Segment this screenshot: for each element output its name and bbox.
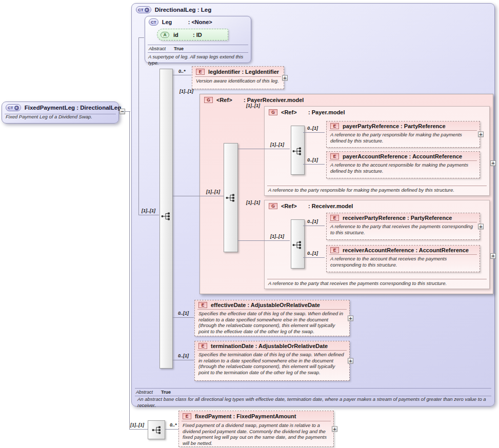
element-fixedpayment-box[interactable]: E fixedPayment : FixedPaymentAmount Fixe… [178,411,334,447]
attribute-id-type: : ID [193,32,202,38]
payeraccountreference-title: payerAccountReference : AccountReference [343,153,462,159]
cardinality-label: 0..[1] [307,251,318,256]
connector-line [129,429,148,430]
element-legidentifier-box[interactable]: E legIdentifier : LegIdentifier Version … [192,66,284,89]
cardinality-label: 0..[1] [178,311,189,316]
group-receiver-model-box[interactable]: G <Ref> : Receiver.model E [264,200,490,289]
terminationdate-title: terminationDate : AdjustableOrRelativeDa… [211,343,328,349]
directionalleg-description: An abstract base class for all direction… [134,395,492,409]
payerreceiver-ref-label: <Ref> [216,97,240,103]
sequence-icon [226,194,236,202]
leg-abstract-row: Abstract True [148,45,248,53]
cardinality-label: 0..[1] [178,353,189,358]
receiver-type: : Receiver.model [308,203,353,209]
sequence-indicator [148,420,165,439]
group-icon: G [269,109,277,115]
expand-button[interactable]: + [282,75,288,80]
sequence-indicator [224,143,238,252]
element-icon: E [198,343,207,349]
sequence-indicator [159,69,173,369]
expand-button[interactable]: + [478,223,484,229]
element-receiverpartyreference-box[interactable]: E receiverPartyReference : PartyReferenc… [326,213,480,240]
receiveraccountreference-description: A reference to the account that receives… [327,255,480,269]
expand-button[interactable]: + [348,358,353,364]
effectivedate-description: Specifies the effective date of this leg… [195,310,349,335]
expand-button[interactable]: + [348,315,353,321]
leg-type: : <None> [188,19,212,25]
element-icon: E [198,302,207,308]
cardinality-label: [1]..[1] [270,234,284,239]
element-icon: E [196,69,205,75]
sequence-icon [161,212,171,220]
element-payeraccountreference-box[interactable]: E payerAccountReference : AccountReferen… [326,151,480,178]
expand-button[interactable]: + [332,426,337,432]
cardinality-label: [1]..[1] [179,89,193,94]
connector-line [165,429,178,430]
element-icon: E [183,413,191,419]
complextype-icon: CT [149,18,158,26]
group-payer-model-box[interactable]: G <Ref> : Payer.model E [264,106,490,196]
extension-plus-icon: + [14,106,19,110]
payerreceiver-type: : PayerReceiver.model [244,97,304,103]
divider [5,114,116,114]
fixedpayment-description: Fixed payment of a dividend swap, paymen… [179,421,333,447]
element-terminationdate-box[interactable]: E terminationDate : AdjustableOrRelative… [194,341,350,381]
collapse-button[interactable]: − [119,109,125,114]
fixedpayment-title: fixedPayment : FixedPaymentAmount [195,413,296,419]
complextype-plus-icon: CT + [6,104,21,111]
attribute-icon: A [161,32,169,38]
sequence-indicator [291,219,305,269]
receiverpartyreference-title: receiverPartyReference : PartyReference [343,215,452,221]
sequence-indicator [291,126,305,175]
element-icon: E [330,247,339,253]
payeraccountreference-description: A reference to the account responsible f… [327,161,480,175]
sequence-icon [292,241,303,249]
element-icon: E [330,153,339,159]
cardinality-label: 0..* [178,69,186,74]
receiverpartyreference-description: A reference to the party that receives t… [327,222,480,236]
group-payerreceiver-model-box[interactable]: G <Ref> : PayerReceiver.model G <Ref> [199,94,493,294]
sequence-icon [152,426,162,434]
complextype-directionalleg-box[interactable]: CT + DirectionalLeg : Leg CT Leg : <None… [131,3,495,406]
legidentifier-description: Version aware identification of this leg… [192,77,284,85]
schema-diagram: CT + FixedPaymentLeg : DirectionalLeg Fi… [0,0,499,448]
payer-type: : Payer.model [308,109,345,115]
receiver-ref-label: <Ref> [281,203,305,209]
expand-button[interactable]: + [478,132,484,137]
cardinality-label: [1]..[1] [246,103,260,108]
terminationdate-description: Specifies the termination date of this l… [195,351,349,376]
cardinality-label: [1]..[1] [142,208,155,213]
leg-name: Leg [162,19,185,25]
element-receiveraccountreference-box[interactable]: E receiverAccountReference : AccountRefe… [326,245,480,272]
directionalleg-title: DirectionalLeg : Leg [155,7,212,13]
payerpartyreference-description: A reference to the party responsible for… [327,131,480,145]
fixedpaymentleg-title: FixedPaymentLeg : DirectionalLeg [25,105,122,111]
payer-model-footer: A reference to the party responsible for… [267,186,487,194]
connector-line [129,111,130,430]
expand-button[interactable]: + [490,160,496,166]
base-type-leg-box[interactable]: CT Leg : <None> A id : ID Abstract True … [145,16,251,63]
cardinality-label: 0..* [170,422,177,427]
group-icon: G [204,97,213,103]
effectivedate-title: effectiveDate : AdjustableOrRelativeDate [211,302,320,308]
extension-plus-icon: + [145,8,149,12]
element-effectivedate-box[interactable]: E effectiveDate : AdjustableOrRelativeDa… [194,300,350,336]
complextype-fixedpaymentleg-box[interactable]: CT + FixedPaymentLeg : DirectionalLeg Fi… [2,101,119,124]
cardinality-label: [1]..[1] [246,200,260,205]
cardinality-label: [1]..[1] [130,422,144,427]
attribute-id-box[interactable]: A id : ID [157,29,228,40]
legidentifier-title: legIdentifier : LegIdentifier [208,69,279,75]
leg-description: A supertype of leg. All swap legs extend… [145,53,251,67]
element-icon: E [330,123,339,129]
cardinality-label: 0..[1] [307,157,318,162]
attribute-id-name: id [173,32,189,38]
expand-button[interactable]: + [490,253,496,259]
complextype-plus-icon: CT + [136,6,151,13]
element-icon: E [330,215,339,221]
cardinality-label: [1]..[1] [206,189,220,194]
cardinality-label: 0..[1] [307,126,318,131]
payerpartyreference-title: payerPartyReference : PartyReference [343,123,446,129]
sequence-icon [292,147,303,155]
group-icon: G [269,203,277,209]
element-payerpartyreference-box[interactable]: E payerPartyReference : PartyReference A… [326,121,480,148]
